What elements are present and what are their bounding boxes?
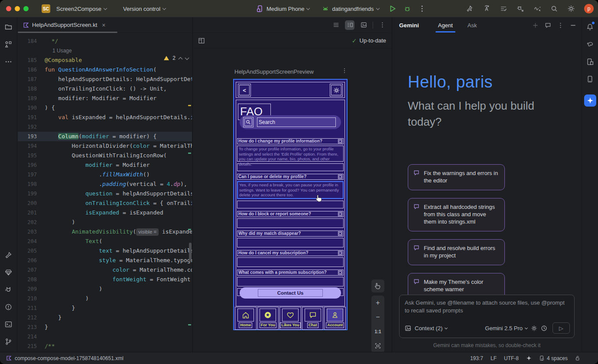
more-tool-windows-icon[interactable] xyxy=(3,56,14,67)
editor-scrollbar[interactable] xyxy=(189,243,192,262)
nav-item-for-you[interactable]: For You xyxy=(257,307,279,330)
editor-tab[interactable]: HelpAndSupportScreen.kt × xyxy=(18,17,111,32)
inspection-widget[interactable]: 2 xyxy=(164,55,188,61)
build-run-icon[interactable] xyxy=(466,5,474,13)
code-line[interactable]: 191 val isExpanded = helpAndSupportDetai… xyxy=(18,113,192,122)
search-bar[interactable]: Search xyxy=(240,115,341,129)
phone-preview[interactable]: < FAQ Search How do I change my profile … xyxy=(233,79,348,330)
settings-button[interactable] xyxy=(330,84,343,97)
indent-setting[interactable]: 4 spaces xyxy=(539,355,568,361)
attach-image-icon[interactable] xyxy=(405,325,411,332)
faq-question-row[interactable]: Can I pause or delete my profile? xyxy=(237,174,344,180)
faq-question-row[interactable]: How do I change my profile information? xyxy=(237,138,344,144)
code-line[interactable]: 187 helpAndSupportDetails: HelpAndSuppor… xyxy=(18,75,192,84)
previous-warning-icon[interactable] xyxy=(179,57,183,61)
preview-canvas[interactable]: HelpAndSupportScreenPreview < FAQ Search… xyxy=(193,49,391,352)
settings-gear-icon[interactable] xyxy=(567,5,575,13)
code-line[interactable]: 196 modifier = Modifier xyxy=(18,160,192,170)
logcat-icon[interactable] xyxy=(3,284,14,295)
context-dropdown[interactable]: Context (2) xyxy=(415,325,447,332)
zoom-window-button[interactable] xyxy=(23,6,29,11)
nav-item-home[interactable]: Home xyxy=(235,307,257,330)
notifications-bell-icon[interactable] xyxy=(585,22,595,32)
layout-inspector-icon[interactable] xyxy=(585,56,595,67)
gemini-tab-ask[interactable]: Ask xyxy=(467,18,478,32)
git-icon[interactable] xyxy=(3,336,14,347)
terminal-icon[interactable] xyxy=(3,319,14,329)
split-view-icon[interactable] xyxy=(345,20,354,30)
code-line[interactable]: 186fun QuestionAndAnswerInfoSection( xyxy=(18,65,192,75)
nav-item-account[interactable]: Account xyxy=(324,307,346,330)
problems-icon[interactable] xyxy=(3,302,14,312)
suggestion-card[interactable]: Extract all hardcoded strings from this … xyxy=(408,198,505,231)
usage-inlay-hint[interactable]: 1 Usage xyxy=(18,46,192,55)
code-line[interactable]: 189 modifier: Modifier = Modifier xyxy=(18,94,192,103)
code-line[interactable]: 214 xyxy=(18,332,192,341)
suggestion-card[interactable]: Find and resolve build errors in my proj… xyxy=(408,239,505,265)
code-line[interactable]: 203 AnimatedVisibility(visible = isExpan… xyxy=(18,227,192,237)
user-avatar[interactable]: p xyxy=(584,4,594,13)
code-line[interactable]: 206 style = MaterialTheme.typography xyxy=(18,256,192,265)
faq-answer-box[interactable] xyxy=(237,238,344,247)
code-line[interactable]: 204 Text( xyxy=(18,237,192,246)
app-quality-insights-icon[interactable] xyxy=(3,267,14,277)
preview-layout-icon[interactable] xyxy=(198,37,205,44)
gemini-input-box[interactable]: Ask Gemini, use @filename to attach sour… xyxy=(399,295,575,338)
nav-item-likes-you[interactable]: Likes You xyxy=(280,307,301,330)
panel-kebab-icon[interactable] xyxy=(557,22,564,29)
code-line[interactable]: 207 color = MaterialTheme.colorScheme xyxy=(18,265,192,275)
new-chat-icon[interactable] xyxy=(532,22,539,29)
code-line[interactable]: 190) { xyxy=(18,103,192,113)
project-selector[interactable]: Screen2Compose xyxy=(54,6,109,12)
debug-button[interactable] xyxy=(403,5,411,13)
run-configuration-selector[interactable]: datingandfriends xyxy=(319,5,381,13)
line-separator[interactable]: LF xyxy=(491,355,497,361)
code-line[interactable]: 199 question = helpAndSupportDetails xyxy=(18,189,192,198)
attach-debugger-icon[interactable] xyxy=(517,5,524,13)
code-line[interactable]: 195 QuestionWithTrailingIconRow( xyxy=(18,151,192,160)
up-to-date-status[interactable]: ✓ Up-to-date xyxy=(352,37,386,44)
code-line[interactable]: 198 .padding(vertical = 4.dp), xyxy=(18,179,192,189)
code-line[interactable]: 212 } xyxy=(18,313,192,322)
code-line[interactable]: 202 ) xyxy=(18,218,192,227)
caret-position[interactable]: 193:7 xyxy=(470,355,483,361)
device-selector[interactable]: Medium Phone xyxy=(254,5,312,13)
nav-item-chat[interactable]: Chat xyxy=(302,307,324,330)
code-line[interactable]: 188 onTrailingIconClick: () -> Unit, xyxy=(18,84,192,94)
faq-question-row[interactable]: What comes with a premium subscription? xyxy=(237,270,344,276)
project-folder-icon[interactable] xyxy=(3,22,14,32)
code-line[interactable]: 210 ) xyxy=(18,294,192,303)
gemini-settings-icon[interactable] xyxy=(531,325,537,332)
code-line[interactable]: 215/** xyxy=(18,341,192,351)
send-button[interactable]: ▷ xyxy=(552,322,570,334)
lock-icon[interactable] xyxy=(575,355,581,361)
faq-question-row[interactable]: How do I block or report someone? xyxy=(237,211,344,217)
faq-answer-box[interactable] xyxy=(237,218,344,228)
running-devices-icon[interactable] xyxy=(585,74,595,84)
history-clock-icon[interactable] xyxy=(541,325,547,332)
code-line[interactable]: 209 ) xyxy=(18,284,192,294)
gemini-sparkle-icon[interactable] xyxy=(526,355,532,361)
close-tab-icon[interactable]: × xyxy=(102,22,105,29)
faq-answer-box[interactable]: To change your profile information, go t… xyxy=(237,146,344,162)
gradle-icon[interactable] xyxy=(585,39,595,49)
zoom-in-button[interactable]: + xyxy=(371,296,384,310)
code-line[interactable]: 205 text = helpAndSupportDetails xyxy=(18,246,192,256)
more-menu-icon[interactable] xyxy=(418,5,426,13)
faq-question-row[interactable]: How do I cancel my subscription? xyxy=(237,250,344,256)
preview-name-label[interactable]: HelpAndSupportScreenPreview xyxy=(234,68,314,75)
code-line[interactable]: 184 */ xyxy=(18,36,192,46)
code-line[interactable]: 201 isExpanded = isExpanded xyxy=(18,208,192,218)
minimize-window-button[interactable] xyxy=(15,6,20,11)
search-icon[interactable] xyxy=(550,5,558,13)
file-encoding[interactable]: UTF-8 xyxy=(504,355,519,361)
faq-trailing-icon[interactable] xyxy=(338,212,342,216)
code-view-icon[interactable] xyxy=(331,20,341,30)
code-line[interactable]: 213} xyxy=(18,322,192,332)
back-button[interactable]: < xyxy=(238,84,251,97)
suggestion-card[interactable]: Fix the warnings and errors in the edito… xyxy=(408,164,505,190)
gemini-tab-agent[interactable]: Agent xyxy=(437,18,454,32)
code-area[interactable]: 184 */1 Usage185@Composable186fun Questi… xyxy=(18,33,192,352)
zoom-out-button[interactable]: − xyxy=(371,310,384,324)
build-tool-icon[interactable] xyxy=(3,250,14,260)
